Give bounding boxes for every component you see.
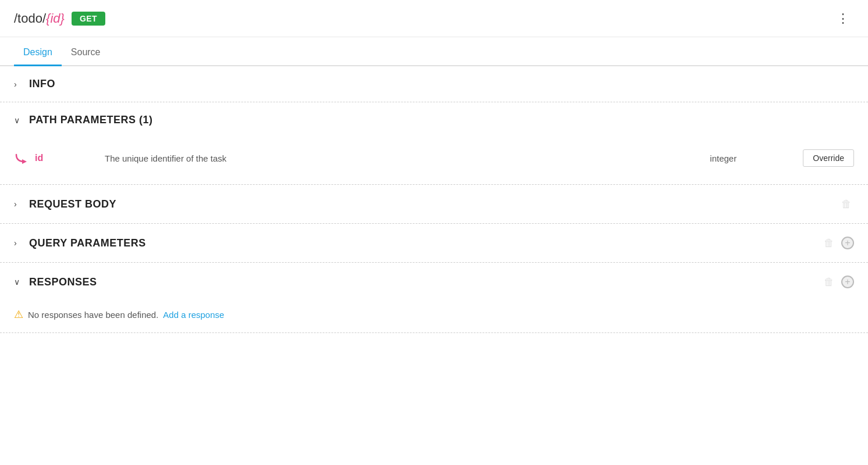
add-response-link[interactable]: Add a response xyxy=(163,310,224,320)
section-info: › INFO xyxy=(0,66,868,102)
section-query-params-header[interactable]: › QUERY PARAMETERS + xyxy=(0,224,868,262)
param-type-id: integer xyxy=(710,153,803,163)
add-response-circle-button[interactable]: + xyxy=(841,276,854,288)
delete-query-params-button[interactable] xyxy=(821,235,837,251)
section-info-title: INFO xyxy=(29,78,55,90)
section-path-params-title: PATH PARAMETERS (1) xyxy=(29,114,153,126)
route-path: /todo/{id} xyxy=(14,11,65,26)
section-path-parameters-header[interactable]: ∨ PATH PARAMETERS (1) xyxy=(0,102,868,138)
no-responses-text: No responses have been defined. xyxy=(28,310,158,320)
chevron-right-icon-qp: › xyxy=(14,238,23,248)
param-row-id: id The unique identifier of the task int… xyxy=(14,144,854,173)
section-query-params-title: QUERY PARAMETERS xyxy=(29,237,146,249)
trash-icon-resp xyxy=(824,276,834,288)
responses-actions: + xyxy=(821,274,854,289)
section-request-body-title: REQUEST BODY xyxy=(29,198,116,210)
add-query-param-button[interactable]: + xyxy=(841,237,854,249)
section-request-body-header[interactable]: › REQUEST BODY xyxy=(0,185,868,223)
tab-source[interactable]: Source xyxy=(62,40,110,66)
delete-responses-button[interactable] xyxy=(821,274,837,289)
section-query-parameters: › QUERY PARAMETERS + xyxy=(0,224,868,263)
param-name-id: id xyxy=(35,153,105,163)
section-responses-title: RESPONSES xyxy=(29,276,97,288)
more-menu-button[interactable]: ⋮ xyxy=(832,10,854,27)
chevron-down-icon: ∨ xyxy=(14,116,23,125)
section-path-params-title-group: ∨ PATH PARAMETERS (1) xyxy=(14,114,153,126)
section-info-title-group: › INFO xyxy=(14,78,55,90)
trash-icon-rb xyxy=(841,198,852,210)
chevron-right-icon-rb: › xyxy=(14,199,23,209)
chevron-down-icon-resp: ∨ xyxy=(14,277,23,287)
required-arrow-icon xyxy=(14,151,30,165)
param-description-id: The unique identifier of the task xyxy=(105,153,710,163)
tab-design[interactable]: Design xyxy=(14,40,62,66)
section-info-header[interactable]: › INFO xyxy=(0,66,868,102)
section-path-parameters: ∨ PATH PARAMETERS (1) id The unique iden… xyxy=(0,102,868,185)
header: /todo/{id} GET ⋮ xyxy=(0,0,868,37)
content-area: › INFO ∨ PATH PARAMETERS (1) id xyxy=(0,66,868,333)
method-badge: GET xyxy=(72,12,105,26)
override-button[interactable]: Override xyxy=(803,149,854,167)
section-request-body-title-group: › REQUEST BODY xyxy=(14,198,116,210)
warning-icon: ⚠ xyxy=(14,308,23,321)
section-responses-header[interactable]: ∨ RESPONSES + xyxy=(0,263,868,301)
svg-marker-0 xyxy=(22,159,27,164)
query-params-actions: + xyxy=(821,235,854,251)
path-parameters-body: id The unique identifier of the task int… xyxy=(0,138,868,184)
route-prefix: /todo/ xyxy=(14,11,46,26)
request-body-actions xyxy=(839,196,854,212)
trash-icon-qp xyxy=(824,237,834,249)
delete-request-body-button[interactable] xyxy=(839,196,854,212)
section-request-body: › REQUEST BODY xyxy=(0,185,868,224)
responses-body: ⚠ No responses have been defined. Add a … xyxy=(0,301,868,332)
section-query-params-title-group: › QUERY PARAMETERS xyxy=(14,237,146,249)
section-responses-title-group: ∨ RESPONSES xyxy=(14,276,97,288)
tabs-bar: Design Source xyxy=(0,37,868,66)
section-responses: ∨ RESPONSES + ⚠ No responses have been d… xyxy=(0,263,868,333)
route-param: {id} xyxy=(46,11,65,26)
header-left: /todo/{id} GET xyxy=(14,11,105,26)
chevron-right-icon: › xyxy=(14,80,23,89)
